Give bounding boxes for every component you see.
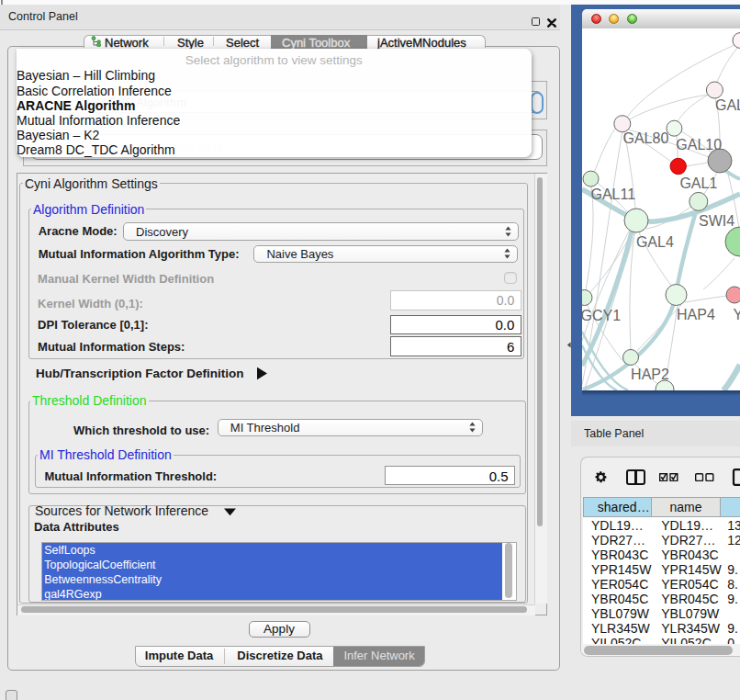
svg-text:GAL80: GAL80	[623, 130, 669, 146]
svg-text:HAP4: HAP4	[677, 307, 715, 322]
svg-text:GAL1: GAL1	[679, 175, 717, 191]
svg-text:HAP2: HAP2	[631, 367, 669, 382]
svg-text:GAL4: GAL4	[636, 234, 674, 250]
svg-text:GAL11: GAL11	[591, 186, 636, 202]
svg-text:SWI4: SWI4	[699, 213, 734, 229]
svg-text:GAL10: GAL10	[676, 137, 722, 152]
svg-text:GAL7: GAL7	[715, 97, 740, 113]
svg-text:Y: Y	[733, 307, 740, 322]
svg-text:GCY1: GCY1	[582, 308, 621, 323]
